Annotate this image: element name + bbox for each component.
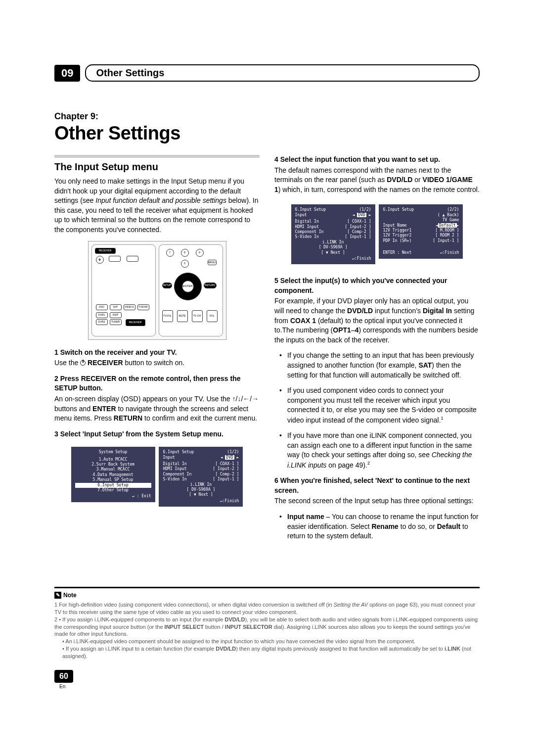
osd-sys-title: System Setup: [75, 450, 151, 455]
step2-title: 2 Press RECEIVER on the remote control, …: [54, 374, 260, 393]
footnote-2: 2 • If you assign i.LINK-equipped compon…: [54, 616, 480, 638]
section-divider: [54, 155, 260, 158]
receiver-label: RECEIVER: [95, 248, 116, 254]
chapter-label: Chapter 9:: [54, 111, 480, 122]
osd-in1-page: (1/2): [227, 450, 239, 455]
step2-d: to confirm and exit the current menu.: [142, 414, 257, 422]
right-column: 4 Select the input function that you wan…: [274, 155, 480, 547]
footnote-ref-1: 1: [441, 416, 444, 421]
section-title: The Input Setup menu: [54, 160, 260, 174]
remote-right-panel: 7 8 9 0 MENU ENTER SETUP RETURN TVVOL MU…: [159, 244, 223, 336]
osd-sys-i6: 7.Other Setup: [75, 488, 151, 493]
osd-sys-i0: 1.Auto MCACC: [75, 457, 151, 462]
osd-sys-i3: 4.Data Management: [75, 472, 151, 477]
page-lang: En: [59, 684, 65, 689]
power-button: ⏻: [96, 256, 104, 264]
tvch-button: TV CH: [192, 310, 203, 322]
manual-page: 09 Other Settings Chapter 9: Other Setti…: [0, 0, 534, 709]
osd-input-setup-1b: 6.Input Setup(1/2) Input◄ DVD ► Digital …: [291, 204, 375, 264]
mute-button: MUTE: [177, 310, 188, 322]
osd-input-setup-1a: 6.Input Setup(1/2) Input◄ DVD ► Digital …: [159, 447, 243, 507]
page-number: 60: [54, 670, 73, 683]
receiver-button: RECEIVER: [126, 319, 145, 326]
page-footer: 60 En: [54, 670, 480, 689]
remote-control-diagram: RECEIVER ⏻ DVD SAT VIDEO1 TV/DVR DVR1 DS…: [88, 241, 226, 340]
step4-title: 4 Select the input function that you wan…: [274, 155, 480, 165]
step6-title: 6 When you're finished, select 'Next' to…: [274, 476, 480, 495]
step6-body: The second screen of the Input setup has…: [274, 496, 480, 506]
osd-input-setup-2: 6.Input Setup(2/2) ( ▲ Back) TV Game Inp…: [379, 204, 463, 258]
key-8: 8: [181, 249, 189, 257]
key-7: 7: [166, 249, 174, 257]
step2-body: An on-screen display (OSD) appears on yo…: [54, 394, 260, 424]
bullet-input-name: Input name – You can choose to rename th…: [281, 512, 480, 541]
footnote-2-sub2: • If you assign an i.LINK input to a cer…: [54, 645, 480, 660]
step5-body: For example, if your DVD player only has…: [274, 296, 480, 345]
tuner-button: TUNER: [110, 319, 122, 325]
note-label: ✎ Note: [54, 591, 77, 599]
vol-button: VOL: [207, 310, 218, 322]
step1-title: 1 Switch on the receiver and your TV.: [54, 348, 260, 358]
step6-bullets: Input name – You can choose to rename th…: [274, 512, 480, 541]
fm-button: DS/P: [110, 312, 122, 318]
step1-c: button to switch on.: [123, 359, 185, 367]
footnote-1: 1 For high-definition video (using compo…: [54, 601, 480, 616]
osd-sys-i2: 3.Manual MCACC: [75, 467, 151, 472]
osd-in1-title: 6.Input Setup: [163, 450, 194, 455]
bullet-1: If you change the setting to an input th…: [281, 351, 480, 380]
step1-bold: RECEIVER: [86, 359, 123, 367]
osd-row-1: System Setup 1.Auto MCACC 2.Surr Back Sy…: [54, 443, 260, 511]
return-button: RETURN: [204, 283, 217, 288]
step2-enter: ENTER: [92, 405, 116, 413]
osd-system-setup: System Setup 1.Auto MCACC 2.Surr Back Sy…: [71, 447, 155, 502]
bullet-3: If you have more than one iLINK componen…: [281, 431, 480, 470]
remote-left-panel: RECEIVER ⏻ DVD SAT VIDEO1 TV/DVR DVR1 DS…: [91, 244, 156, 336]
step1-body: Use the RECEIVER button to switch on.: [54, 358, 260, 368]
osd-sys-i5: 6.Input Setup: [75, 483, 151, 488]
osd-sys-i4: 5.Manual SP Setup: [75, 477, 151, 482]
key-0: 0: [181, 260, 189, 268]
input-select-button: [109, 256, 121, 262]
tvdvr-button: TV/DVR: [137, 304, 149, 310]
step2-return: RETURN: [114, 414, 142, 422]
chapter-number-badge: 09: [54, 65, 80, 82]
osd-in1-label: Input: [163, 455, 175, 460]
osd-in1-finish: ↵:Finish: [163, 499, 239, 504]
step5-bullets: If you change the setting to an input th…: [274, 351, 480, 470]
footnote-2-sub1: • An i.LINK-equipped video component sho…: [54, 638, 480, 645]
intro-italic: Input function default and possible sett…: [95, 196, 226, 204]
footnotes: ✎ Note 1 For high-definition video (usin…: [54, 587, 480, 660]
osd-in1-ilink: i.LINK In: [163, 482, 239, 487]
dvr1-button: DVR1: [96, 312, 108, 318]
left-column: The Input Setup menu You only need to ma…: [54, 155, 260, 547]
step2-a: An on-screen display (OSD) appears on yo…: [54, 395, 232, 403]
key-9: 9: [196, 249, 204, 257]
footnote-ref-2: 2: [367, 461, 370, 466]
osd-sys-exit: ↵ : Exit: [75, 494, 151, 499]
osd-sys-i1: 2.Surr Back System: [75, 462, 151, 467]
page-header: 09 Other Settings: [54, 64, 480, 82]
step1-a: Use the: [54, 359, 80, 367]
enter-button: ENTER: [182, 281, 194, 292]
dvd-button: DVD: [96, 304, 108, 310]
setup-button: SETUP: [162, 283, 172, 288]
sat-button: SAT: [110, 304, 122, 310]
tvvol-button: TVVOL: [162, 310, 173, 322]
step5-title: 5 Select the input(s) to which you've co…: [274, 276, 480, 295]
vcr-button: VIDEO1: [124, 304, 135, 310]
arrow-icons: ↑/↓/←/→: [232, 395, 259, 403]
note-label-text: Note: [63, 591, 77, 599]
note-icon: ✎: [54, 592, 61, 599]
bullet-2: If you used component video cords to con…: [281, 386, 480, 425]
header-title: Other Settings: [96, 67, 164, 78]
dvr2-button: DVR2: [96, 319, 108, 325]
step2-b: buttons and: [54, 405, 92, 413]
big-title: Other Settings: [54, 123, 480, 144]
step3-title: 3 Select 'Input Setup' from the System S…: [54, 429, 260, 439]
osd-in1-val: DVD: [225, 455, 234, 460]
intro-paragraph: You only need to make settings in the In…: [54, 177, 260, 235]
osd-row-2: 6.Input Setup(1/2) Input◄ DVD ► Digital …: [274, 200, 480, 268]
power-icon: [80, 360, 86, 366]
two-column-layout: The Input Setup menu You only need to ma…: [54, 155, 480, 547]
step4-body: The default names correspond with the na…: [274, 166, 480, 195]
